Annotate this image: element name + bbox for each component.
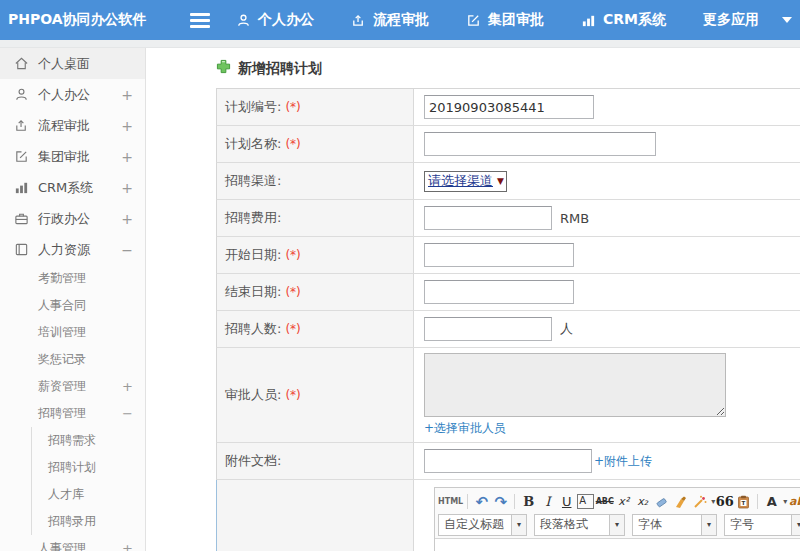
form-row-fee: 招聘费用: RMB	[216, 200, 800, 237]
required-marker: (*)	[285, 137, 300, 151]
select-approvers-link[interactable]: +选择审批人员	[424, 420, 506, 437]
headcount-input[interactable]	[424, 317, 552, 341]
expand-plus-icon[interactable]: +	[121, 180, 133, 196]
menu-toggle-icon[interactable]	[190, 13, 210, 28]
sidebar-item-recruit-hire[interactable]: 招聘录用	[32, 508, 145, 535]
font-size-dropdown[interactable]: 字号 ▾	[724, 514, 800, 536]
expand-plus-icon[interactable]: +	[121, 149, 133, 165]
attachment-input[interactable]	[424, 449, 592, 473]
eraser-icon[interactable]	[652, 492, 671, 512]
page-header: 新增招聘计划	[216, 59, 800, 78]
expand-plus-icon[interactable]: +	[122, 379, 133, 394]
chart-icon	[581, 13, 596, 28]
field-label: 招聘费用:	[225, 209, 281, 227]
sidebar-item-hr[interactable]: 人力资源 −	[0, 234, 145, 265]
field-label: 开始日期:	[225, 246, 281, 264]
field-label: 附件文档:	[225, 452, 281, 470]
required-marker: (*)	[285, 388, 300, 402]
bold-button[interactable]: B	[519, 492, 538, 512]
spellcheck-button[interactable]: ab	[787, 492, 800, 512]
toolbar-row-2: 自定义标题 ▾ 段落格式 ▾ 字体 ▾	[438, 513, 800, 536]
plan-no-input[interactable]	[424, 95, 594, 119]
caret-down-icon[interactable]	[782, 17, 792, 23]
svg-text:T: T	[742, 499, 746, 505]
expand-plus-icon[interactable]: +	[122, 541, 133, 551]
expand-plus-icon[interactable]: +	[121, 211, 133, 227]
sidebar-item-personal-office[interactable]: 个人办公 +	[0, 79, 145, 110]
nav-item-more-apps[interactable]: 更多应用	[703, 11, 759, 29]
sidebar-item-recruit-mgmt[interactable]: 招聘管理 −	[0, 400, 145, 427]
dropdown-arrow-icon: ▾	[701, 515, 716, 535]
sidebar-item-desktop[interactable]: 个人桌面	[0, 48, 145, 79]
nav-item-group-approval[interactable]: 集团审批	[466, 11, 544, 29]
sidebar-item-attendance[interactable]: 考勤管理	[0, 265, 145, 292]
font-family-dropdown[interactable]: 字体 ▾	[632, 514, 717, 536]
edit-icon	[466, 13, 481, 28]
sidebar-item-workflow-approval[interactable]: 流程审批 +	[0, 110, 145, 141]
sidebar-item-rewards[interactable]: 奖惩记录	[0, 346, 145, 373]
autotypeset-wand-icon[interactable]	[690, 492, 709, 512]
sidebar-item-admin-office[interactable]: 行政办公 +	[0, 203, 145, 234]
paragraph-format-dropdown[interactable]: 段落格式 ▾	[534, 514, 625, 536]
redo-icon[interactable]: ↷	[491, 492, 510, 512]
font-border-button[interactable]: A	[577, 494, 594, 509]
end-date-input[interactable]	[424, 280, 574, 304]
nav-item-crm[interactable]: CRM系统	[581, 11, 666, 29]
sidebar-item-group-approval[interactable]: 集团审批 +	[0, 141, 145, 172]
briefcase-icon	[14, 211, 29, 226]
sidebar-item-hr-contract[interactable]: 人事合同	[0, 292, 145, 319]
headcount-unit: 人	[560, 320, 573, 338]
html-source-button[interactable]: HTML	[438, 492, 463, 512]
required-marker: (*)	[285, 100, 300, 114]
italic-button[interactable]: I	[538, 492, 557, 512]
edit-icon	[14, 149, 29, 164]
navbar-shadow-strip	[0, 40, 800, 48]
collapse-minus-icon[interactable]: −	[122, 406, 133, 421]
sidebar-item-recruit-demand[interactable]: 招聘需求	[32, 427, 145, 454]
dropdown-arrow-icon: ▾	[511, 515, 526, 535]
approvers-textarea[interactable]	[424, 353, 726, 417]
sidebar-item-personnel-mgmt[interactable]: 人事管理 +	[0, 535, 145, 551]
format-brush-icon[interactable]	[671, 492, 690, 512]
subscript-button[interactable]: x₂	[633, 492, 652, 512]
sidebar-item-training[interactable]: 培训管理	[0, 319, 145, 346]
nav-item-personal-office[interactable]: 个人办公	[236, 11, 314, 29]
fee-unit: RMB	[560, 211, 589, 226]
collapse-minus-icon[interactable]: −	[121, 242, 133, 258]
sidebar-item-salary[interactable]: 薪资管理 +	[0, 373, 145, 400]
start-date-input[interactable]	[424, 243, 574, 267]
blockquote-button[interactable]: 66	[715, 492, 734, 512]
dropdown-arrow-icon: ▾	[609, 515, 624, 535]
heading-dropdown[interactable]: 自定义标题 ▾	[438, 514, 527, 536]
field-label: 招聘渠道:	[225, 172, 281, 190]
superscript-button[interactable]: x²	[614, 492, 633, 512]
expand-plus-icon[interactable]: +	[121, 118, 133, 134]
undo-icon[interactable]: ↶	[472, 492, 491, 512]
form-row-editor: HTML ↶ ↷ B I U A ABC x²	[216, 480, 800, 551]
chart-icon	[14, 180, 29, 195]
paste-text-icon[interactable]: T	[734, 492, 753, 512]
person-icon	[236, 13, 251, 28]
sidebar-item-crm[interactable]: CRM系统 +	[0, 172, 145, 203]
editor-content-area[interactable]	[435, 539, 800, 551]
share-icon	[14, 118, 29, 133]
required-marker: (*)	[285, 285, 300, 299]
plan-name-input[interactable]	[424, 132, 656, 156]
person-icon	[14, 87, 29, 102]
expand-plus-icon[interactable]: +	[121, 87, 133, 103]
attachment-upload-link[interactable]: +附件上传	[594, 453, 652, 470]
nav-item-workflow-approval[interactable]: 流程审批	[351, 11, 429, 29]
form-row-attachment: 附件文档: +附件上传	[216, 443, 800, 480]
underline-button[interactable]: U	[557, 492, 576, 512]
sidebar-item-recruit-plan[interactable]: 招聘计划	[32, 454, 145, 481]
sidebar-item-talent-pool[interactable]: 人才库	[32, 481, 145, 508]
page-title: 新增招聘计划	[238, 60, 322, 78]
required-marker: (*)	[285, 248, 300, 262]
strikethrough-button[interactable]: ABC	[595, 492, 614, 512]
select-arrow-icon: ▼	[497, 176, 504, 186]
channel-select[interactable]: 请选择渠道 ▼	[424, 171, 507, 192]
main-content: 新增招聘计划 计划编号: (*) 计划名称: (*)	[146, 48, 800, 551]
toolbar-row-1: HTML ↶ ↷ B I U A ABC x²	[438, 490, 800, 513]
font-color-button[interactable]: A	[762, 492, 781, 512]
fee-input[interactable]	[424, 206, 552, 230]
